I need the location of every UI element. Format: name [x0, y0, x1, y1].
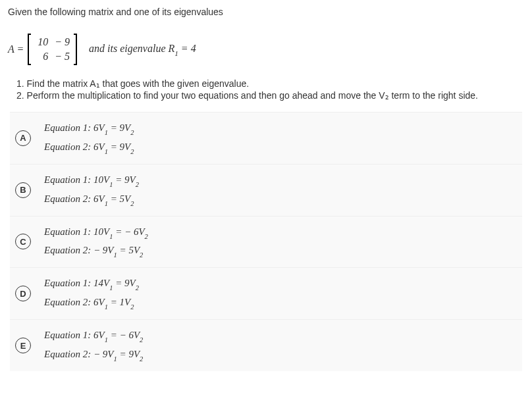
equation-2: Equation 2: − 9V1 = 5V2	[44, 242, 148, 261]
option-a[interactable]: AEquation 1: 6V1 = 9V2Equation 2: 6V1 = …	[10, 112, 522, 164]
option-label: E	[15, 338, 31, 353]
eigenvalue-prefix: and its eigenvalue R	[89, 43, 174, 54]
option-label: A	[15, 130, 31, 146]
eigenvalue-sub: 1	[174, 49, 178, 57]
equation-1: Equation 1: 10V1 = 9V2	[44, 171, 139, 190]
option-b[interactable]: BEquation 1: 10V1 = 9V2Equation 2: 6V1 =…	[10, 164, 522, 216]
equation-2: Equation 2: 6V1 = 5V2	[44, 190, 139, 209]
equation-1: Equation 1: 6V1 = − 6V2	[44, 326, 143, 345]
matrix-cell-r2c2: − 5	[55, 51, 70, 63]
matrix-cell-r1c1: 10	[35, 36, 48, 48]
option-e[interactable]: EEquation 1: 6V1 = − 6V2Equation 2: − 9V…	[10, 319, 522, 371]
matrix-label: A =	[8, 43, 24, 55]
matrix-grid: 10 − 9 6 − 5	[31, 34, 74, 65]
option-d[interactable]: DEquation 1: 14V1 = 9V2Equation 2: 6V1 =…	[10, 267, 522, 319]
eigenvalue-suffix: = 4	[178, 43, 196, 54]
equation-1: Equation 1: 14V1 = 9V2	[44, 274, 139, 293]
option-label: B	[15, 182, 31, 198]
instruction-1: 1. Find the matrix A₁ that goes with the…	[16, 78, 516, 89]
option-content: Equation 1: 14V1 = 9V2Equation 2: 6V1 = …	[44, 274, 139, 313]
option-c[interactable]: CEquation 1: 10V1 = − 6V2Equation 2: − 9…	[10, 216, 522, 268]
equation-1: Equation 1: 10V1 = − 6V2	[44, 223, 148, 242]
bracket-right-icon	[74, 34, 77, 65]
instructions: 1. Find the matrix A₁ that goes with the…	[0, 78, 532, 109]
option-content: Equation 1: 6V1 = 9V2Equation 2: 6V1 = 9…	[44, 119, 134, 157]
matrix-cell-r2c1: 6	[35, 51, 48, 63]
option-content: Equation 1: 10V1 = − 6V2Equation 2: − 9V…	[44, 223, 148, 261]
eigenvalue-text: and its eigenvalue R1 = 4	[89, 43, 196, 56]
matrix-section: A = 10 − 9 6 − 5 and its eigenvalue R1 =…	[0, 24, 532, 78]
option-content: Equation 1: 6V1 = − 6V2Equation 2: − 9V1…	[44, 326, 143, 365]
instruction-2: 2. Perform the multiplication to find yo…	[16, 90, 516, 101]
option-label: C	[15, 234, 31, 249]
bracket-left-icon	[28, 34, 31, 65]
equation-2: Equation 2: − 9V1 = 9V2	[44, 345, 143, 365]
question-intro: Given the following matrix and one of it…	[0, 0, 532, 24]
matrix-display: 10 − 9 6 − 5	[28, 34, 77, 65]
options-list: AEquation 1: 6V1 = 9V2Equation 2: 6V1 = …	[0, 109, 532, 374]
equation-2: Equation 2: 6V1 = 9V2	[44, 138, 134, 157]
equation-2: Equation 2: 6V1 = 1V2	[44, 293, 139, 313]
option-label: D	[15, 286, 31, 301]
equation-1: Equation 1: 6V1 = 9V2	[44, 119, 134, 138]
matrix-cell-r1c2: − 9	[55, 36, 70, 48]
option-content: Equation 1: 10V1 = 9V2Equation 2: 6V1 = …	[44, 171, 139, 209]
